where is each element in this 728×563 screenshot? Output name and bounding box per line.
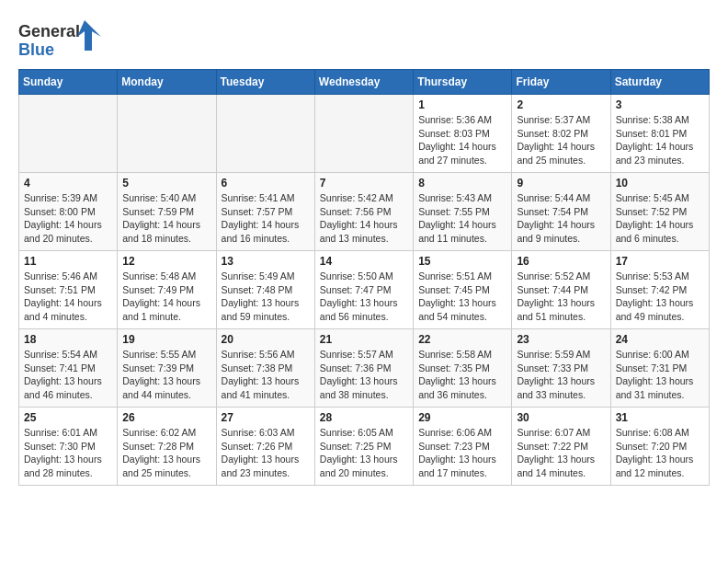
logo: GeneralBlue bbox=[18, 18, 101, 60]
day-number: 19 bbox=[122, 333, 210, 346]
calendar-cell: 30Sunrise: 6:07 AM Sunset: 7:22 PM Dayli… bbox=[512, 408, 610, 486]
day-info: Sunrise: 5:46 AM Sunset: 7:51 PM Dayligh… bbox=[24, 270, 112, 324]
calendar-week-row: 1Sunrise: 5:36 AM Sunset: 8:03 PM Daylig… bbox=[19, 95, 710, 173]
calendar-week-row: 18Sunrise: 5:54 AM Sunset: 7:41 PM Dayli… bbox=[19, 329, 710, 408]
calendar-table: SundayMondayTuesdayWednesdayThursdayFrid… bbox=[18, 69, 710, 486]
day-number: 10 bbox=[616, 177, 704, 190]
day-info: Sunrise: 6:06 AM Sunset: 7:23 PM Dayligh… bbox=[418, 426, 506, 480]
day-number: 11 bbox=[24, 255, 112, 268]
day-info: Sunrise: 6:08 AM Sunset: 7:20 PM Dayligh… bbox=[616, 426, 704, 480]
day-number: 26 bbox=[122, 411, 210, 424]
day-info: Sunrise: 5:55 AM Sunset: 7:39 PM Dayligh… bbox=[122, 348, 210, 402]
calendar-cell: 9Sunrise: 5:44 AM Sunset: 7:54 PM Daylig… bbox=[512, 173, 610, 251]
calendar-cell bbox=[314, 95, 413, 173]
day-info: Sunrise: 5:39 AM Sunset: 8:00 PM Dayligh… bbox=[24, 191, 112, 246]
day-info: Sunrise: 5:58 AM Sunset: 7:35 PM Dayligh… bbox=[418, 348, 506, 402]
calendar-cell: 29Sunrise: 6:06 AM Sunset: 7:23 PM Dayli… bbox=[414, 408, 512, 486]
day-number: 7 bbox=[320, 177, 408, 190]
day-number: 18 bbox=[24, 333, 112, 346]
calendar-cell bbox=[118, 95, 216, 173]
calendar-cell: 2Sunrise: 5:37 AM Sunset: 8:02 PM Daylig… bbox=[512, 95, 610, 173]
page-header: GeneralBlue bbox=[18, 18, 710, 60]
day-info: Sunrise: 5:45 AM Sunset: 7:52 PM Dayligh… bbox=[616, 191, 704, 246]
day-number: 14 bbox=[320, 255, 408, 268]
day-number: 5 bbox=[122, 177, 210, 190]
calendar-week-row: 11Sunrise: 5:46 AM Sunset: 7:51 PM Dayli… bbox=[19, 251, 710, 329]
logo-svg: GeneralBlue bbox=[18, 18, 101, 60]
calendar-cell: 12Sunrise: 5:48 AM Sunset: 7:49 PM Dayli… bbox=[118, 251, 216, 329]
calendar-cell: 31Sunrise: 6:08 AM Sunset: 7:20 PM Dayli… bbox=[610, 408, 709, 486]
day-info: Sunrise: 5:51 AM Sunset: 7:45 PM Dayligh… bbox=[418, 270, 506, 324]
calendar-cell: 11Sunrise: 5:46 AM Sunset: 7:51 PM Dayli… bbox=[19, 251, 118, 329]
day-info: Sunrise: 5:50 AM Sunset: 7:47 PM Dayligh… bbox=[320, 270, 408, 324]
weekday-header: Saturday bbox=[610, 70, 709, 95]
calendar-week-row: 4Sunrise: 5:39 AM Sunset: 8:00 PM Daylig… bbox=[19, 173, 710, 251]
svg-marker-2 bbox=[77, 20, 101, 51]
calendar-cell: 23Sunrise: 5:59 AM Sunset: 7:33 PM Dayli… bbox=[512, 329, 610, 408]
day-number: 16 bbox=[517, 255, 605, 268]
calendar-cell: 8Sunrise: 5:43 AM Sunset: 7:55 PM Daylig… bbox=[414, 173, 512, 251]
day-number: 13 bbox=[222, 255, 310, 268]
calendar-cell: 13Sunrise: 5:49 AM Sunset: 7:48 PM Dayli… bbox=[216, 251, 314, 329]
day-info: Sunrise: 5:59 AM Sunset: 7:33 PM Dayligh… bbox=[517, 348, 605, 402]
day-info: Sunrise: 6:02 AM Sunset: 7:28 PM Dayligh… bbox=[122, 426, 210, 480]
day-number: 20 bbox=[222, 333, 310, 346]
day-info: Sunrise: 5:57 AM Sunset: 7:36 PM Dayligh… bbox=[320, 348, 408, 402]
calendar-cell: 22Sunrise: 5:58 AM Sunset: 7:35 PM Dayli… bbox=[414, 329, 512, 408]
day-info: Sunrise: 5:37 AM Sunset: 8:02 PM Dayligh… bbox=[517, 113, 605, 167]
day-info: Sunrise: 5:53 AM Sunset: 7:42 PM Dayligh… bbox=[616, 270, 704, 324]
calendar-week-row: 25Sunrise: 6:01 AM Sunset: 7:30 PM Dayli… bbox=[19, 408, 710, 486]
calendar-cell: 25Sunrise: 6:01 AM Sunset: 7:30 PM Dayli… bbox=[19, 408, 118, 486]
calendar-cell: 16Sunrise: 5:52 AM Sunset: 7:44 PM Dayli… bbox=[512, 251, 610, 329]
weekday-header: Wednesday bbox=[314, 70, 413, 95]
day-number: 15 bbox=[418, 255, 506, 268]
calendar-cell: 6Sunrise: 5:41 AM Sunset: 7:57 PM Daylig… bbox=[216, 173, 314, 251]
day-number: 17 bbox=[616, 255, 704, 268]
day-number: 23 bbox=[517, 333, 605, 346]
day-info: Sunrise: 6:00 AM Sunset: 7:31 PM Dayligh… bbox=[616, 348, 704, 402]
day-info: Sunrise: 5:36 AM Sunset: 8:03 PM Dayligh… bbox=[418, 113, 506, 167]
day-info: Sunrise: 6:03 AM Sunset: 7:26 PM Dayligh… bbox=[222, 426, 310, 480]
svg-text:Blue: Blue bbox=[18, 40, 54, 59]
day-info: Sunrise: 5:52 AM Sunset: 7:44 PM Dayligh… bbox=[517, 270, 605, 324]
day-number: 12 bbox=[122, 255, 210, 268]
day-info: Sunrise: 6:01 AM Sunset: 7:30 PM Dayligh… bbox=[24, 426, 112, 480]
calendar-cell: 3Sunrise: 5:38 AM Sunset: 8:01 PM Daylig… bbox=[610, 95, 709, 173]
calendar-cell: 19Sunrise: 5:55 AM Sunset: 7:39 PM Dayli… bbox=[118, 329, 216, 408]
calendar-cell: 21Sunrise: 5:57 AM Sunset: 7:36 PM Dayli… bbox=[314, 329, 413, 408]
day-number: 28 bbox=[320, 411, 408, 424]
day-number: 30 bbox=[517, 411, 605, 424]
day-number: 21 bbox=[320, 333, 408, 346]
weekday-header-row: SundayMondayTuesdayWednesdayThursdayFrid… bbox=[19, 70, 710, 95]
day-info: Sunrise: 5:56 AM Sunset: 7:38 PM Dayligh… bbox=[222, 348, 310, 402]
weekday-header: Friday bbox=[512, 70, 610, 95]
calendar-cell: 27Sunrise: 6:03 AM Sunset: 7:26 PM Dayli… bbox=[216, 408, 314, 486]
day-number: 8 bbox=[418, 177, 506, 190]
day-number: 24 bbox=[616, 333, 704, 346]
calendar-cell: 14Sunrise: 5:50 AM Sunset: 7:47 PM Dayli… bbox=[314, 251, 413, 329]
weekday-header: Sunday bbox=[19, 70, 118, 95]
day-number: 6 bbox=[222, 177, 310, 190]
day-number: 4 bbox=[24, 177, 112, 190]
day-number: 3 bbox=[616, 98, 704, 111]
day-info: Sunrise: 6:05 AM Sunset: 7:25 PM Dayligh… bbox=[320, 426, 408, 480]
day-number: 31 bbox=[616, 411, 704, 424]
calendar-cell: 26Sunrise: 6:02 AM Sunset: 7:28 PM Dayli… bbox=[118, 408, 216, 486]
day-info: Sunrise: 5:40 AM Sunset: 7:59 PM Dayligh… bbox=[122, 191, 210, 246]
day-info: Sunrise: 5:54 AM Sunset: 7:41 PM Dayligh… bbox=[24, 348, 112, 402]
calendar-cell: 10Sunrise: 5:45 AM Sunset: 7:52 PM Dayli… bbox=[610, 173, 709, 251]
day-info: Sunrise: 5:43 AM Sunset: 7:55 PM Dayligh… bbox=[418, 191, 506, 246]
day-info: Sunrise: 6:07 AM Sunset: 7:22 PM Dayligh… bbox=[517, 426, 605, 480]
calendar-cell: 1Sunrise: 5:36 AM Sunset: 8:03 PM Daylig… bbox=[414, 95, 512, 173]
calendar-cell: 4Sunrise: 5:39 AM Sunset: 8:00 PM Daylig… bbox=[19, 173, 118, 251]
day-number: 22 bbox=[418, 333, 506, 346]
day-number: 1 bbox=[418, 98, 506, 111]
day-info: Sunrise: 5:49 AM Sunset: 7:48 PM Dayligh… bbox=[222, 270, 310, 324]
calendar-cell: 24Sunrise: 6:00 AM Sunset: 7:31 PM Dayli… bbox=[610, 329, 709, 408]
calendar-cell: 7Sunrise: 5:42 AM Sunset: 7:56 PM Daylig… bbox=[314, 173, 413, 251]
weekday-header: Tuesday bbox=[216, 70, 314, 95]
weekday-header: Monday bbox=[118, 70, 216, 95]
calendar-cell: 17Sunrise: 5:53 AM Sunset: 7:42 PM Dayli… bbox=[610, 251, 709, 329]
svg-text:General: General bbox=[18, 22, 80, 40]
day-number: 2 bbox=[517, 98, 605, 111]
